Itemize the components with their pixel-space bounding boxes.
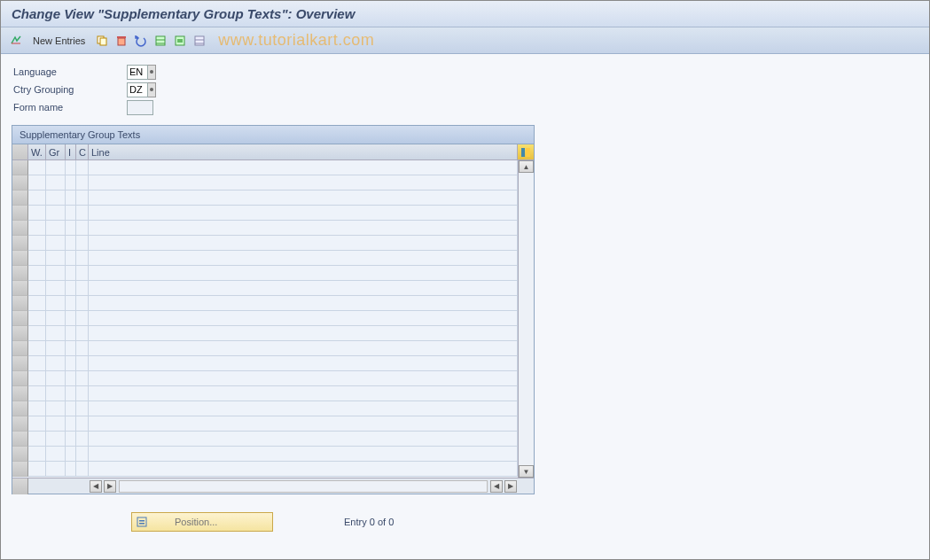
position-label: Position...: [175, 517, 217, 527]
svg-rect-10: [137, 517, 146, 526]
svg-rect-12: [139, 523, 145, 525]
table-row[interactable]: [12, 401, 518, 416]
vertical-scrollbar[interactable]: ▲ ▼: [518, 160, 534, 478]
table-row[interactable]: [12, 326, 518, 341]
table-row[interactable]: [12, 160, 518, 175]
sap-window: Change View "Supplementary Group Texts":…: [0, 0, 930, 560]
table-row[interactable]: [12, 236, 518, 251]
page-title: Change View "Supplementary Group Texts":…: [1, 1, 929, 27]
grid-title: Supplementary Group Texts: [12, 126, 534, 144]
svg-rect-3: [117, 36, 126, 38]
table-row[interactable]: [12, 416, 518, 432]
horizontal-scrollbar[interactable]: ◀ ▶ ◀ ▶: [12, 478, 534, 494]
grid-panel: Supplementary Group Texts W. Gr I C Line…: [12, 125, 535, 494]
table-row[interactable]: [12, 251, 518, 266]
footer: Position... Entry 0 of 0: [12, 512, 918, 532]
formname-field[interactable]: [127, 100, 153, 115]
toggle-icon[interactable]: [8, 33, 24, 49]
svg-rect-8: [521, 148, 525, 157]
select-block-icon[interactable]: [172, 33, 188, 49]
search-help-icon[interactable]: [148, 82, 156, 97]
watermark-text: www.tutorialkart.com: [218, 31, 374, 50]
scroll-left-icon[interactable]: ◀: [90, 480, 102, 493]
language-label: Language: [12, 66, 127, 77]
svg-rect-9: [526, 148, 530, 157]
scroll-right-icon[interactable]: ▶: [104, 480, 116, 493]
deselect-all-icon[interactable]: [191, 33, 207, 49]
grid-header: W. Gr I C Line: [12, 144, 534, 160]
scroll-left2-icon[interactable]: ◀: [490, 480, 503, 493]
ctry-label: Ctry Grouping: [12, 84, 127, 95]
grid-body: ▲ ▼: [12, 160, 534, 478]
table-row[interactable]: [12, 386, 518, 401]
table-row[interactable]: [12, 175, 518, 191]
table-row[interactable]: [12, 296, 518, 311]
formname-label: Form name: [12, 102, 127, 113]
position-button[interactable]: Position...: [131, 512, 273, 532]
table-row[interactable]: [12, 356, 518, 371]
table-row[interactable]: [12, 447, 518, 462]
svg-rect-2: [118, 38, 125, 45]
scroll-track[interactable]: [519, 173, 534, 465]
svg-rect-1: [100, 38, 106, 45]
table-row[interactable]: [12, 266, 518, 281]
undo-icon[interactable]: [133, 33, 149, 49]
copy-icon[interactable]: [94, 33, 110, 49]
position-icon: [136, 516, 148, 528]
svg-rect-6: [177, 39, 183, 43]
toolbar: New Entries www.tutorialkart.com: [1, 27, 929, 54]
col-i[interactable]: I: [66, 144, 76, 159]
scroll-down-icon[interactable]: ▼: [519, 465, 534, 478]
language-field[interactable]: [127, 65, 148, 80]
col-c[interactable]: C: [76, 144, 89, 159]
col-select[interactable]: [12, 144, 28, 159]
scroll-right2-icon[interactable]: ▶: [504, 480, 517, 493]
table-row[interactable]: [12, 191, 518, 206]
content-area: Language Ctry Grouping Form name Supplem…: [1, 54, 929, 559]
select-all-icon[interactable]: [152, 33, 168, 49]
col-line[interactable]: Line: [89, 144, 518, 159]
col-w[interactable]: W.: [28, 144, 46, 159]
col-gr[interactable]: Gr: [46, 144, 66, 159]
ctry-field[interactable]: [127, 82, 148, 97]
grid-rows: [12, 160, 518, 478]
table-row[interactable]: [12, 341, 518, 356]
form-area: Language Ctry Grouping Form name: [12, 63, 918, 116]
table-row[interactable]: [12, 206, 518, 221]
table-row[interactable]: [12, 462, 518, 477]
scroll-up-icon[interactable]: ▲: [519, 160, 534, 173]
delete-icon[interactable]: [113, 33, 129, 49]
table-row[interactable]: [12, 371, 518, 386]
svg-rect-11: [139, 520, 145, 522]
search-help-icon[interactable]: [148, 65, 156, 80]
table-row[interactable]: [12, 221, 518, 236]
table-row[interactable]: [12, 311, 518, 326]
table-row[interactable]: [12, 432, 518, 447]
column-config-icon[interactable]: [518, 144, 534, 159]
hscroll-track[interactable]: [119, 480, 488, 493]
table-row[interactable]: [12, 281, 518, 296]
new-entries-button[interactable]: New Entries: [27, 34, 90, 48]
entry-count: Entry 0 of 0: [344, 517, 394, 527]
